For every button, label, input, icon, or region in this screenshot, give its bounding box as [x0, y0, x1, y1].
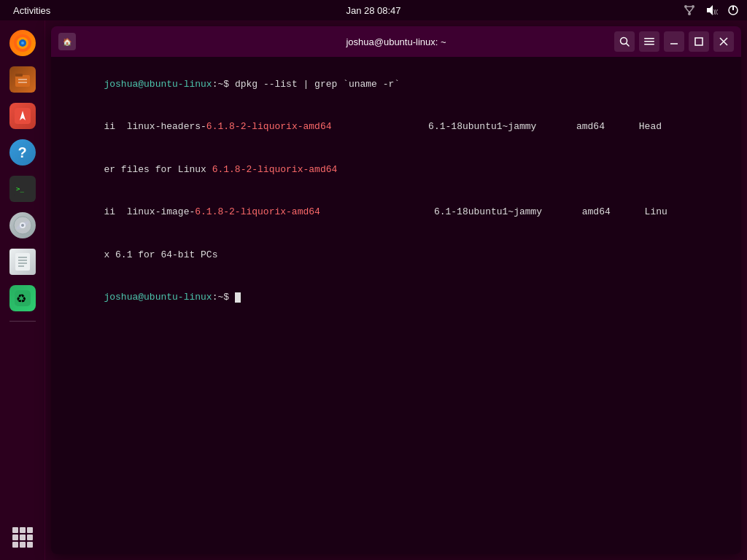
terminal-output-2: er files for Linux 6.1.8-2-liquorix-amd6…	[58, 148, 734, 191]
dock-item-terminal[interactable]: >_	[6, 172, 39, 206]
dock: ? >_	[0, 20, 45, 560]
new-prompt-user: joshua@ubuntu-linux	[104, 292, 212, 303]
output-desc-1: Head	[639, 121, 662, 132]
dock-item-optical[interactable]	[6, 209, 39, 242]
appcenter-icon	[9, 103, 36, 129]
dock-separator	[9, 321, 36, 322]
svg-point-2	[688, 12, 691, 15]
recycle-icon: ♻	[9, 285, 36, 311]
svg-point-0	[684, 5, 687, 8]
dock-item-help[interactable]: ?	[6, 136, 39, 169]
terminal-output-4: x 6.1 for 64-bit PCs	[58, 233, 734, 276]
prompt-separator: :~	[212, 79, 224, 90]
svg-text:♻: ♻	[16, 292, 26, 305]
terminal-output-3: ii linux-image-6.1.8-2-liquorix-amd64 6.…	[58, 191, 734, 234]
output-prefix-4: x 6.1 for 64-bit PCs	[104, 249, 217, 260]
svg-line-4	[686, 8, 689, 12]
output-highlight-2: 6.1.8-2-liquorix-amd64	[212, 164, 338, 175]
terminal-dock-icon: >_	[9, 176, 36, 202]
svg-point-1	[692, 5, 694, 8]
topbar-left: Activities	[7, 4, 56, 18]
help-icon: ?	[9, 139, 36, 166]
svg-rect-15	[15, 74, 23, 77]
topbar-right: )))	[683, 4, 740, 17]
search-button[interactable]	[614, 31, 635, 52]
cd-icon	[9, 212, 36, 238]
svg-rect-14	[15, 75, 30, 87]
svg-line-35	[627, 44, 630, 47]
dock-item-trash[interactable]: ♻	[6, 281, 39, 315]
sound-icon[interactable]: )))	[705, 4, 718, 17]
maximize-button[interactable]	[689, 31, 709, 52]
topbar-datetime: Jan 28 08:47	[346, 5, 400, 16]
minimize-button[interactable]	[664, 31, 684, 52]
terminal-title: joshua@ubuntu-linux: ~	[346, 36, 446, 47]
menu-button[interactable]	[639, 31, 659, 52]
terminal-output-1: ii linux-headers-6.1.8-2-liquorix-amd64 …	[58, 106, 734, 149]
terminal-titlebar: 🏠 joshua@ubuntu-linux: ~	[51, 26, 741, 57]
terminal-window: 🏠 joshua@ubuntu-linux: ~	[51, 26, 741, 554]
notes-icon	[9, 249, 36, 275]
terminal-command-line: joshua@ubuntu-linux:~$ dpkg --list | gre…	[58, 63, 734, 106]
svg-rect-37	[644, 41, 654, 42]
dock-item-files[interactable]	[6, 63, 39, 96]
dock-item-show-apps[interactable]	[6, 521, 39, 554]
output-arch-1: amd64	[576, 121, 639, 132]
svg-rect-40	[695, 38, 703, 45]
dock-item-firefox[interactable]	[6, 26, 39, 60]
grid-icon	[9, 524, 36, 551]
output-desc-3: Linu	[645, 206, 667, 217]
svg-text:))): )))	[713, 9, 718, 15]
firefox-icon	[9, 30, 36, 56]
terminal-new-prompt-line: joshua@ubuntu-linux:~$	[58, 276, 734, 319]
new-prompt-dollar: $	[223, 292, 235, 303]
new-prompt-separator: :~	[212, 292, 224, 303]
output-highlight-1: 6.1.8-2-liquorix-amd64	[206, 121, 332, 132]
output-prefix-2: er files for Linux	[104, 164, 212, 175]
prompt-dollar: $	[223, 79, 235, 90]
command-text: dpkg --list | grep `uname -r`	[235, 79, 400, 90]
output-highlight-3: 6.1.8-2-liquorix-amd64	[195, 206, 320, 217]
svg-text:>_: >_	[16, 185, 24, 192]
svg-rect-36	[644, 38, 654, 39]
output-arch-3: amd64	[582, 206, 645, 217]
terminal-body[interactable]: joshua@ubuntu-linux:~$ dpkg --list | gre…	[51, 57, 741, 554]
svg-rect-27	[15, 253, 30, 271]
dock-item-appcenter[interactable]	[6, 99, 39, 133]
output-prefix-3: ii linux-image-	[104, 206, 195, 217]
network-icon[interactable]	[683, 4, 696, 17]
close-button[interactable]	[713, 31, 734, 52]
terminal-tab-icon: 🏠	[58, 33, 76, 50]
output-version-3: 6.1-18ubuntu1~jammy	[320, 206, 582, 217]
svg-point-13	[21, 42, 24, 44]
svg-line-5	[689, 8, 693, 12]
terminal-cursor	[235, 292, 241, 303]
files-icon	[9, 66, 36, 93]
svg-rect-38	[644, 44, 654, 45]
prompt-user: joshua@ubuntu-linux	[104, 79, 212, 90]
terminal-controls	[614, 31, 734, 52]
output-prefix-1: ii linux-headers-	[104, 121, 206, 132]
dock-item-notes[interactable]	[6, 245, 39, 279]
power-icon[interactable]	[727, 4, 740, 17]
output-version-1: 6.1-18ubuntu1~jammy	[332, 121, 576, 132]
topbar: Activities Jan 28 08:47 )))	[0, 0, 747, 20]
activities-button[interactable]: Activities	[7, 4, 56, 18]
svg-marker-6	[707, 5, 713, 15]
main-layout: ? >_	[0, 20, 747, 560]
